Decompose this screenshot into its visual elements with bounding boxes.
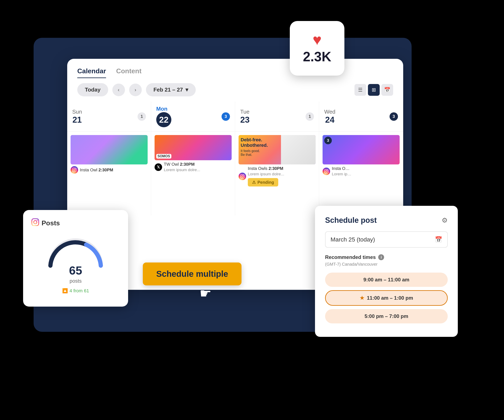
prev-button[interactable]: ‹	[112, 84, 125, 96]
cursor-icon: ☛	[199, 286, 211, 301]
day-content-mon: SOMOS 𝕏 TW Owl 2:30PM Lorem ipsum dolre.…	[151, 132, 235, 216]
growth-icon: 🔼	[62, 288, 68, 294]
date-value: March 25 (today)	[330, 236, 375, 243]
time-slot-3[interactable]: 5:00 pm – 7:00 pm	[325, 309, 448, 324]
ig-platform-icon-wed	[323, 168, 330, 175]
day-header-wed: Wed 24 3	[319, 102, 403, 132]
day-name-wed: Wed	[324, 108, 335, 115]
grid-view-button[interactable]: ⊞	[368, 84, 380, 96]
posts-stats-card: Posts 65 posts 🔼 4 from 61	[23, 210, 128, 307]
schedule-panel-header: Schedule post ⚙	[325, 216, 448, 225]
day-badge-sun: 1	[138, 112, 146, 121]
time-slot-1[interactable]: 9:00 am – 11:00 am	[325, 273, 448, 287]
info-icon: i	[378, 254, 384, 260]
posts-from: 🔼 4 from 61	[31, 288, 120, 294]
likes-count: 2.3K	[303, 49, 331, 65]
gear-icon[interactable]: ⚙	[442, 216, 448, 224]
post-name-tue: Insta Owls 2:30PM	[248, 166, 284, 171]
post-image-tue-sub: It feels good.Be that.	[241, 149, 260, 157]
posts-card-title: Posts	[42, 219, 60, 227]
day-badge-mon: 3	[222, 112, 230, 121]
day-header-mon: Mon 22 3	[151, 102, 235, 132]
post-info-sun: Insta Owl 2:30PM	[71, 166, 148, 174]
calendar-icon: 📅	[435, 236, 442, 243]
day-num-tue: 23	[240, 115, 250, 125]
calendar-controls: Today ‹ › Feb 21 – 27 ▾ ☰ ⊞ 📅	[67, 83, 403, 102]
date-range-button[interactable]: Feb 21 – 27 ▾	[146, 83, 196, 96]
posts-card-header: Posts	[31, 218, 120, 228]
day-content-sun: Insta Owl 2:30PM	[67, 132, 151, 216]
schedule-post-panel: Schedule post ⚙ March 25 (today) 📅 Recom…	[315, 206, 458, 337]
post-name-wed: Insta O…	[332, 166, 351, 171]
date-picker-field[interactable]: March 25 (today) 📅	[325, 231, 448, 248]
day-header-sun: Sun 21 1	[67, 102, 151, 132]
pending-label: Pending	[258, 180, 274, 185]
day-contents: Insta Owl 2:30PM SOMOS 𝕏 TW Owl 2:30PM L…	[67, 132, 403, 216]
ig-platform-icon-tue	[239, 173, 246, 180]
multi-post-badge: 3	[324, 137, 332, 144]
day-headers: Sun 21 1 Mon 22 3 Tue 23 1 Wed 24	[67, 102, 403, 132]
from-text: 4 from 61	[70, 288, 89, 294]
calendar-view-button[interactable]: 📅	[381, 84, 393, 96]
day-num-wed: 24	[324, 115, 335, 125]
post-image-tue: Debt-free.Unbothered. It feels good.Be t…	[239, 135, 316, 164]
calendar-tabs: Calendar Content	[77, 67, 142, 78]
tab-calendar[interactable]: Calendar	[77, 67, 106, 78]
day-header-tue: Tue 23 1	[235, 102, 319, 132]
time-slot-2-label: 11:00 am – 1:00 pm	[367, 295, 413, 301]
likes-badge: ♥ 2.3K	[290, 21, 344, 76]
post-desc-wed: Lorem ip…	[332, 172, 351, 176]
post-image-tue-text: Debt-free.Unbothered.	[241, 137, 268, 148]
today-button[interactable]: Today	[77, 83, 108, 96]
tab-content[interactable]: Content	[116, 67, 142, 78]
day-badge-tue: 1	[306, 112, 314, 121]
day-num-mon: 22	[156, 112, 171, 127]
time-slot-2[interactable]: ★ 11:00 am – 1:00 pm	[325, 290, 448, 306]
recommended-times-label: Recommended times i	[325, 254, 448, 260]
day-name-mon: Mon	[156, 106, 171, 112]
next-button[interactable]: ›	[129, 84, 142, 96]
post-info-tue: Insta Owls 2:30PM Lorem ipsum dolre... ⚠…	[239, 166, 316, 186]
post-desc-mon: Lorem ipsum dolre...	[164, 168, 200, 172]
day-name-sun: Sun	[72, 108, 82, 115]
post-desc-tue: Lorem ipsum dolre...	[248, 172, 284, 176]
post-image-wed	[323, 135, 400, 164]
recommended-text: Recommended times	[325, 254, 376, 260]
list-view-button[interactable]: ☰	[354, 84, 366, 96]
heart-icon: ♥	[313, 32, 322, 47]
calendar-header: Calendar Content	[67, 59, 403, 83]
tw-platform-icon-mon: 𝕏	[155, 163, 162, 171]
day-content-wed: 3 Insta O… Lorem ip…	[319, 132, 403, 216]
instagram-icon	[31, 218, 39, 228]
schedule-panel-title: Schedule post	[325, 216, 377, 225]
schedule-multiple-button[interactable]: Schedule multiple	[143, 263, 241, 285]
day-num-sun: 21	[72, 115, 82, 125]
ig-platform-icon-sun	[71, 166, 78, 174]
post-image-sun	[71, 135, 148, 164]
day-name-tue: Tue	[240, 108, 250, 115]
pending-badge: ⚠ Pending	[248, 178, 278, 186]
warning-icon: ⚠	[252, 180, 256, 185]
day-content-tue: Debt-free.Unbothered. It feels good.Be t…	[235, 132, 319, 216]
day-badge-wed: 3	[390, 112, 398, 121]
date-range-label: Feb 21 – 27	[154, 86, 183, 93]
post-info-mon: 𝕏 TW Owl 2:30PM Lorem ipsum dolre...	[155, 162, 232, 172]
post-name-mon: TW Owl 2:30PM	[164, 162, 200, 167]
posts-unit: posts	[31, 278, 120, 284]
post-info-wed: Insta O… Lorem ip…	[323, 166, 400, 176]
post-name-sun: Insta Owl 2:30PM	[80, 168, 113, 172]
post-image-mon: SOMOS	[155, 135, 232, 160]
timezone-label: (GMT-7) Canada/Vancouver	[325, 262, 448, 267]
gauge-chart	[44, 232, 107, 270]
star-icon: ★	[360, 295, 364, 301]
view-buttons: ☰ ⊞ 📅	[354, 84, 393, 96]
chevron-down-icon: ▾	[186, 86, 188, 93]
